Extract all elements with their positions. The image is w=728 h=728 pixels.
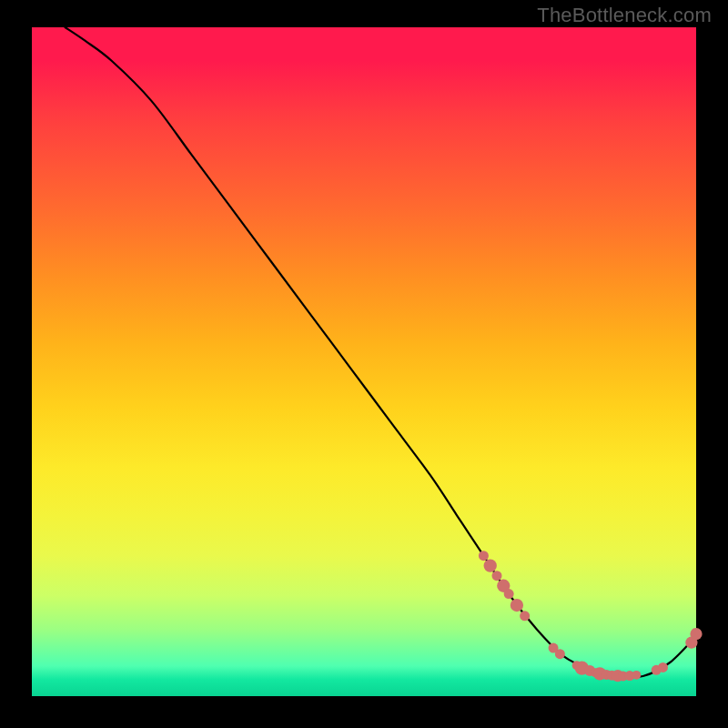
chart-stage: TheBottleneck.com [0,0,728,728]
curve-marker [484,560,497,572]
curve-marker [492,571,502,581]
curve-marker [690,628,702,640]
curve-marker [511,599,523,612]
curve-marker [504,589,514,599]
plot-area [32,27,696,696]
curve-marker [658,662,668,672]
curve-marker [479,551,489,561]
watermark-text: TheBottleneck.com [537,4,712,27]
curve-svg [32,27,696,696]
curve-marker [555,649,565,659]
curve-marker [520,611,530,621]
bottleneck-curve [66,27,697,677]
curve-marker [632,671,641,680]
curve-markers [479,551,703,682]
